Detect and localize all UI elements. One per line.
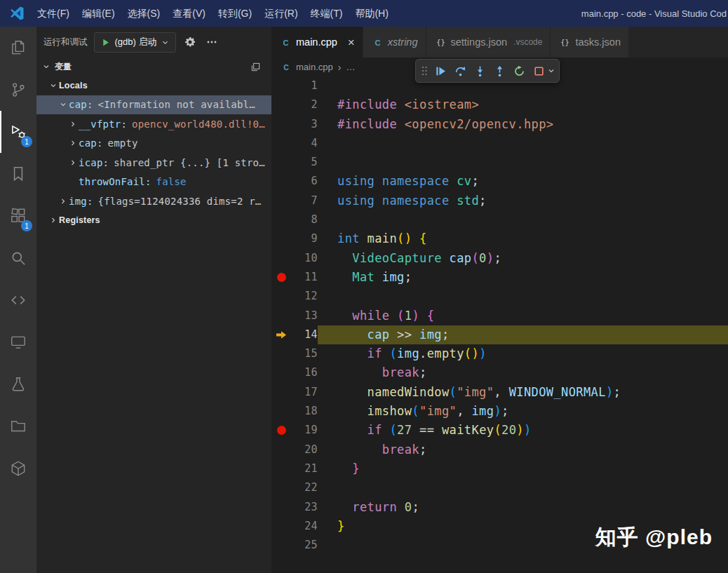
- code-line-5[interactable]: 5: [271, 153, 728, 172]
- code-text[interactable]: namedWindow("img", WINDOW_NORMAL);: [318, 383, 728, 402]
- tab-main.cpp[interactable]: Cmain.cpp×: [271, 27, 363, 58]
- menu-H[interactable]: 帮助(H): [349, 0, 394, 27]
- step-into-button[interactable]: [470, 61, 490, 81]
- code-text[interactable]: [318, 153, 728, 172]
- menu-E[interactable]: 编辑(E): [76, 0, 121, 27]
- code-text[interactable]: [318, 134, 728, 153]
- tree-row-__vfptr[interactable]: __vfptr:opencv_world480.dll!0…: [36, 114, 271, 134]
- breakpoint-icon[interactable]: [277, 273, 286, 282]
- menu-F[interactable]: 文件(F): [31, 0, 76, 27]
- code-line-17[interactable]: 17 namedWindow("img", WINDOW_NORMAL);: [271, 383, 728, 402]
- code-text[interactable]: [318, 287, 728, 306]
- code-line-22[interactable]: 22: [271, 478, 728, 497]
- code-text[interactable]: if (27 == waitKey(20)): [318, 421, 728, 440]
- breakpoint-gutter[interactable]: [271, 76, 291, 95]
- activity-code-runner[interactable]: [0, 279, 36, 321]
- code-text[interactable]: #include <iostream>: [318, 95, 728, 114]
- code-text[interactable]: return 0;: [318, 498, 728, 517]
- menu-S[interactable]: 选择(S): [121, 0, 167, 27]
- tree-row-Locals[interactable]: Locals: [36, 76, 271, 95]
- breakpoint-gutter[interactable]: [271, 498, 291, 517]
- activity-extensions[interactable]: 1: [0, 195, 36, 237]
- code-line-2[interactable]: 2#include <iostream>: [271, 95, 728, 114]
- tree-row-img[interactable]: img:{flags=1124024336 dims=2 r…: [36, 191, 271, 211]
- tree-row-cap[interactable]: cap:<Information not availabl…: [36, 95, 271, 115]
- code-line-10[interactable]: 10 VideoCapture cap(0);: [271, 249, 728, 268]
- code-line-4[interactable]: 4: [271, 134, 728, 153]
- code-line-13[interactable]: 13 while (1) {: [271, 306, 728, 325]
- breakpoint-gutter[interactable]: [271, 134, 291, 153]
- breakpoint-gutter[interactable]: [271, 95, 291, 114]
- activity-run-and-debug[interactable]: 1: [0, 111, 36, 153]
- code-line-7[interactable]: 7using namespace std;: [271, 191, 728, 210]
- breakpoint-gutter[interactable]: [271, 325, 291, 344]
- activity-packages[interactable]: [0, 447, 36, 490]
- tree-row-Registers[interactable]: Registers: [36, 211, 271, 231]
- breakpoint-gutter[interactable]: [271, 517, 291, 536]
- activity-search[interactable]: [0, 237, 36, 279]
- continue-button[interactable]: [431, 61, 450, 81]
- breakpoint-gutter[interactable]: [271, 440, 291, 459]
- breakpoint-gutter[interactable]: [271, 421, 291, 440]
- start-debug-icon[interactable]: [101, 38, 110, 47]
- code-line-6[interactable]: 6using namespace cv;: [271, 172, 728, 191]
- code-line-9[interactable]: 9int main() {: [271, 229, 728, 248]
- step-out-button[interactable]: [490, 61, 509, 81]
- menu-T[interactable]: 终端(T): [304, 0, 349, 27]
- code-text[interactable]: VideoCapture cap(0);: [318, 249, 728, 268]
- tree-row-cap[interactable]: cap:empty: [36, 134, 271, 154]
- tab-settings.json[interactable]: {}settings.json.vscode: [426, 27, 551, 58]
- code-line-12[interactable]: 12: [271, 287, 728, 306]
- variables-section-header[interactable]: 变量: [36, 58, 271, 76]
- activity-testing[interactable]: [0, 363, 36, 405]
- drag-handle[interactable]: [418, 61, 431, 81]
- breakpoint-gutter[interactable]: [271, 383, 291, 402]
- code-line-11[interactable]: 11 Mat img;: [271, 268, 728, 287]
- menu-G[interactable]: 转到(G): [212, 0, 258, 27]
- breakpoint-gutter[interactable]: [271, 363, 291, 382]
- activity-project-manager[interactable]: [0, 405, 36, 447]
- breakpoint-gutter[interactable]: [271, 229, 291, 248]
- menu-R[interactable]: 运行(R): [258, 0, 304, 27]
- menu-V[interactable]: 查看(V): [166, 0, 212, 27]
- code-line-8[interactable]: 8: [271, 210, 728, 229]
- collapse-all-icon[interactable]: [248, 59, 263, 74]
- code-line-23[interactable]: 23 return 0;: [271, 498, 728, 517]
- code-text[interactable]: break;: [318, 440, 728, 459]
- code-text[interactable]: if (img.empty()): [318, 344, 728, 363]
- tree-row-icap[interactable]: icap:shared_ptr {...} [1 stro…: [36, 153, 271, 173]
- code-text[interactable]: [318, 478, 728, 497]
- code-line-20[interactable]: 20 break;: [271, 440, 728, 459]
- breakpoint-gutter[interactable]: [271, 402, 291, 421]
- activity-source-control[interactable]: [0, 69, 36, 111]
- step-over-button[interactable]: [450, 61, 470, 81]
- restart-button[interactable]: [509, 61, 529, 81]
- gear-icon[interactable]: [182, 34, 198, 50]
- code-text[interactable]: int main() {: [318, 229, 728, 248]
- code-text[interactable]: Mat img;: [318, 268, 728, 287]
- code-line-19[interactable]: 19 if (27 == waitKey(20)): [271, 421, 728, 440]
- breakpoint-gutter[interactable]: [271, 172, 291, 191]
- breakpoint-icon[interactable]: [277, 426, 286, 435]
- activity-bookmarks[interactable]: [0, 153, 36, 195]
- code-text[interactable]: cap >> img;: [318, 325, 728, 344]
- breakpoint-gutter[interactable]: [271, 306, 291, 325]
- breakpoint-gutter[interactable]: [271, 536, 291, 555]
- code-text[interactable]: using namespace std;: [318, 191, 728, 210]
- code-line-3[interactable]: 3#include <opencv2/opencv.hpp>: [271, 115, 728, 134]
- code-line-18[interactable]: 18 imshow("img", img);: [271, 402, 728, 421]
- code-text[interactable]: break;: [318, 363, 728, 382]
- breadcrumb-symbol[interactable]: …: [346, 62, 355, 72]
- code-line-21[interactable]: 21 }: [271, 459, 728, 478]
- breakpoint-gutter[interactable]: [271, 287, 291, 306]
- more-actions-icon[interactable]: [204, 34, 220, 50]
- launch-config-dropdown[interactable]: (gdb) 启动: [94, 32, 177, 53]
- dropdown-button[interactable]: [546, 61, 557, 81]
- breakpoint-gutter[interactable]: [271, 153, 291, 172]
- code-line-14[interactable]: 14 cap >> img;: [271, 325, 728, 344]
- code-line-15[interactable]: 15 if (img.empty()): [271, 344, 728, 363]
- code-text[interactable]: imshow("img", img);: [318, 402, 728, 421]
- tab-xstring[interactable]: Cxstring: [363, 27, 426, 58]
- breakpoint-gutter[interactable]: [271, 459, 291, 478]
- code-text[interactable]: using namespace cv;: [318, 172, 728, 191]
